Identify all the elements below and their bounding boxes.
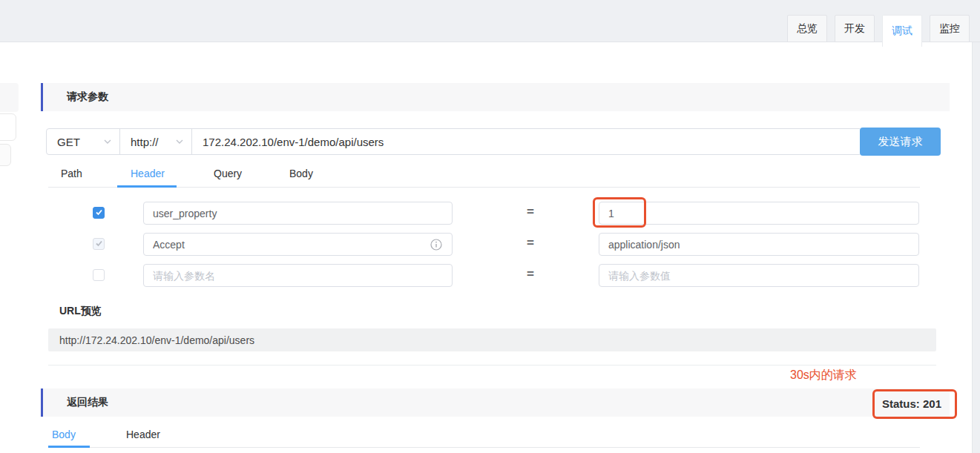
tab-develop[interactable]: 开发 xyxy=(835,15,875,42)
param-value-input[interactable] xyxy=(599,264,919,287)
checkmark-icon xyxy=(95,206,103,219)
active-tab-underline xyxy=(48,446,90,448)
protocol-select[interactable]: http:// xyxy=(119,128,192,155)
method-select[interactable]: GET xyxy=(46,128,120,155)
tab-query[interactable]: Query xyxy=(214,168,242,179)
param-checkbox-disabled xyxy=(93,238,105,250)
protocol-select-value: http:// xyxy=(131,136,159,148)
response-tab-header[interactable]: Header xyxy=(126,429,160,440)
annotation-note: 30s内的请求 xyxy=(790,368,857,383)
response-tab-body[interactable]: Body xyxy=(52,429,76,440)
left-panel-fragment xyxy=(0,113,16,141)
status-badge: Status: 201 xyxy=(882,397,941,410)
chevron-down-icon xyxy=(175,137,184,146)
left-panel-fragment xyxy=(0,144,11,166)
chevron-down-icon xyxy=(103,137,112,146)
param-value-input[interactable] xyxy=(599,202,919,225)
param-name-input[interactable] xyxy=(143,264,453,287)
request-section-title: 请求参数 xyxy=(67,90,108,104)
tab-header[interactable]: Header xyxy=(131,168,165,179)
param-value-input[interactable] xyxy=(599,233,919,256)
tab-path[interactable]: Path xyxy=(61,168,82,179)
top-tab-group: 总览 开发 调试 监控 xyxy=(787,15,970,47)
url-preview-value: http://172.24.202.10/env-1/demo/api/user… xyxy=(48,328,936,351)
left-panel-fragment xyxy=(0,83,19,112)
send-request-button[interactable]: 发送请求 xyxy=(860,128,941,156)
method-select-value: GET xyxy=(57,136,80,148)
checkmark-icon xyxy=(95,237,103,251)
request-section-header: 请求参数 xyxy=(41,83,950,111)
equals-sign: = xyxy=(522,205,539,219)
equals-sign: = xyxy=(522,267,539,282)
page-background-strip xyxy=(972,42,980,453)
response-section-title: 返回结果 xyxy=(67,396,108,409)
param-name-input[interactable] xyxy=(143,202,453,225)
info-icon[interactable] xyxy=(430,239,442,251)
param-name-input[interactable] xyxy=(143,233,453,256)
tab-debug[interactable]: 调试 xyxy=(882,15,922,47)
api-debug-screen: 总览 开发 调试 监控 请求参数 GET http:// 发送请求 Path H… xyxy=(0,0,980,453)
tabs-divider xyxy=(48,187,920,188)
tab-monitor[interactable]: 监控 xyxy=(930,15,970,42)
tab-overview[interactable]: 总览 xyxy=(787,15,827,42)
section-divider xyxy=(48,365,936,366)
param-checkbox[interactable] xyxy=(93,269,105,281)
equals-sign: = xyxy=(522,236,539,251)
request-url-input[interactable] xyxy=(191,128,860,155)
url-preview-label: URL预览 xyxy=(59,305,102,318)
active-tab-underline xyxy=(117,185,177,188)
tabs-divider xyxy=(48,447,920,448)
tab-body[interactable]: Body xyxy=(289,168,313,179)
param-checkbox[interactable] xyxy=(93,207,105,219)
response-section-header: 返回结果 xyxy=(41,388,950,417)
